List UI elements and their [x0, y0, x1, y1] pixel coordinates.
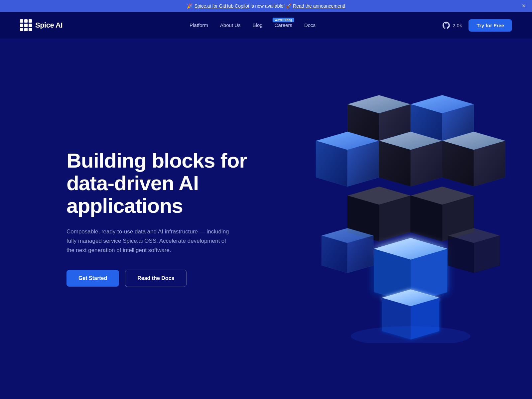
cube-5 [442, 132, 505, 187]
cube-3 [316, 132, 379, 187]
svg-rect-4 [24, 24, 28, 27]
logo-icon [20, 19, 32, 31]
main-nav: Spice AI Platform About Us Blog We're Hi… [0, 12, 532, 39]
nav-docs[interactable]: Docs [304, 22, 316, 28]
hero-description: Composable, ready-to-use data and AI inf… [66, 227, 233, 255]
github-stars: 2.0k [453, 23, 462, 28]
svg-rect-7 [24, 28, 28, 31]
announcement-read-link[interactable]: Read the announcement! [293, 3, 345, 9]
svg-rect-2 [29, 19, 32, 23]
cube-4 [379, 132, 442, 187]
github-link[interactable]: 2.0k [443, 22, 462, 29]
hero-buttons: Get Started Read the Docs [66, 270, 247, 287]
hero-title: Building blocks for data-driven AI appli… [66, 149, 247, 217]
hero-visual [313, 93, 512, 343]
read-docs-button[interactable]: Read the Docs [125, 270, 187, 287]
svg-rect-8 [29, 28, 32, 31]
svg-rect-6 [20, 28, 23, 31]
nav-platform[interactable]: Platform [190, 22, 208, 28]
logo-text: Spice AI [35, 21, 63, 30]
svg-rect-3 [20, 24, 23, 27]
cube-side-left [322, 228, 373, 273]
get-started-button[interactable]: Get Started [66, 270, 119, 287]
try-free-button[interactable]: Try for Free [468, 19, 512, 32]
hiring-badge: We're Hiring [273, 18, 294, 22]
nav-right: 2.0k Try for Free [443, 19, 512, 32]
banner-close-button[interactable]: × [522, 3, 525, 9]
glow-ellipse [351, 326, 470, 343]
svg-rect-0 [20, 19, 23, 23]
announcement-banner: 🎉 Spice.ai for GitHub Copilot is now ava… [0, 0, 532, 12]
hero-left: Building blocks for data-driven AI appli… [66, 149, 247, 287]
announcement-text-before: Spice.ai for GitHub Copilot is now avail… [195, 3, 345, 9]
announcement-emoji: 🎉 [187, 3, 193, 9]
svg-rect-5 [29, 24, 32, 27]
cubes-svg [313, 93, 512, 343]
nav-careers[interactable]: Careers [275, 22, 292, 28]
nav-links: Platform About Us Blog We're Hiring Care… [190, 22, 316, 28]
cube-side-right [448, 228, 500, 273]
github-icon [443, 22, 450, 29]
hero-section: Building blocks for data-driven AI appli… [0, 39, 532, 398]
nav-blog[interactable]: Blog [253, 22, 263, 28]
svg-rect-1 [24, 19, 28, 23]
logo[interactable]: Spice AI [20, 19, 63, 31]
announcement-product-link[interactable]: Spice.ai for GitHub Copilot [195, 3, 249, 9]
nav-about[interactable]: About Us [220, 22, 241, 28]
